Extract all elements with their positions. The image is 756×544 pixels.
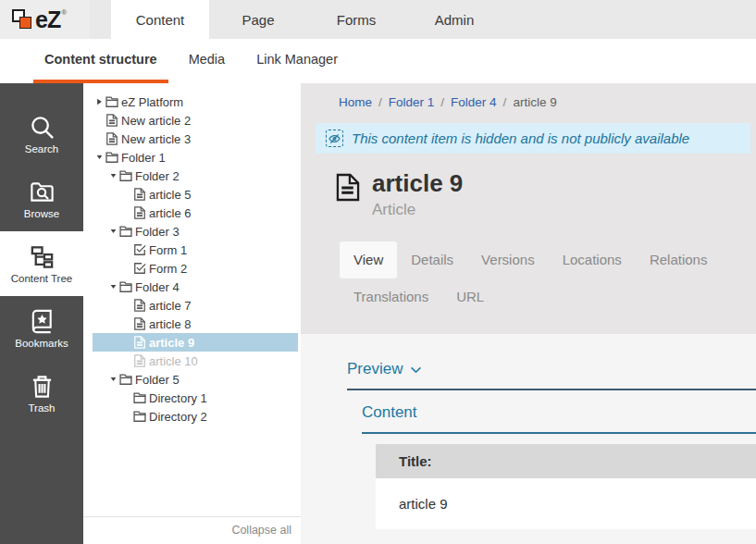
tree-item-folder-5[interactable]: Folder 5 bbox=[93, 370, 298, 389]
tree-item-new-article-2[interactable]: New article 2 bbox=[93, 111, 298, 130]
folder-icon bbox=[133, 391, 149, 404]
content-tree: eZ PlatformNew article 2New article 3Fol… bbox=[83, 83, 301, 516]
ez-logo[interactable]: eZ ® bbox=[0, 0, 90, 39]
folder-icon bbox=[119, 280, 135, 293]
tree-item-folder-4[interactable]: Folder 4 bbox=[93, 278, 298, 296]
bookmarks-icon bbox=[29, 308, 56, 335]
trash-icon bbox=[29, 373, 56, 400]
page-title: article 9 bbox=[372, 170, 463, 198]
caret-down-icon[interactable] bbox=[110, 376, 119, 383]
tree-item-article-10[interactable]: article 10 bbox=[93, 352, 298, 370]
folder-icon bbox=[133, 410, 149, 423]
tree-item-article-8[interactable]: article 8 bbox=[93, 315, 298, 333]
breadcrumb-link-home[interactable]: Home bbox=[339, 95, 372, 109]
ez-logo-text: eZ bbox=[35, 8, 60, 31]
breadcrumb-link-folder-1[interactable]: Folder 1 bbox=[389, 95, 435, 109]
breadcrumb-current: article 9 bbox=[513, 95, 556, 109]
article-icon bbox=[133, 336, 149, 349]
content-type-label: Article bbox=[372, 201, 463, 219]
subnav-item-content-structure[interactable]: Content structure bbox=[33, 39, 168, 83]
article-icon bbox=[133, 299, 149, 312]
tree-item-label: Form 2 bbox=[149, 262, 187, 276]
tree-item-folder-3[interactable]: Folder 3 bbox=[93, 222, 298, 241]
tree-item-label: Folder 5 bbox=[135, 373, 180, 387]
collapse-all-button[interactable]: Collapse all bbox=[83, 516, 301, 544]
caret-down-icon[interactable] bbox=[110, 228, 119, 235]
tree-item-directory-2[interactable]: Directory 2 bbox=[93, 407, 298, 426]
tree-item-new-article-3[interactable]: New article 3 bbox=[93, 130, 298, 148]
ez-logo-icon bbox=[12, 7, 35, 32]
topbar-tab-content[interactable]: Content bbox=[111, 0, 209, 39]
tree-item-form-2[interactable]: Form 2 bbox=[93, 259, 298, 278]
tree-item-label: article 7 bbox=[149, 299, 192, 313]
topbar-tab-page[interactable]: Page bbox=[209, 0, 307, 39]
tab-versions[interactable]: Versions bbox=[467, 241, 549, 278]
tab-relations[interactable]: Relations bbox=[636, 241, 722, 278]
sidebar-item-label: Trash bbox=[29, 403, 56, 414]
sidebar-item-label: Search bbox=[25, 144, 58, 155]
app-body: SearchBrowseContent TreeBookmarksTrash e… bbox=[0, 83, 756, 544]
tab-view[interactable]: View bbox=[340, 241, 397, 278]
tree-item-article-7[interactable]: article 7 bbox=[93, 296, 298, 315]
subnav-item-media[interactable]: Media bbox=[178, 39, 237, 83]
breadcrumb-separator: / bbox=[440, 95, 444, 109]
breadcrumb-separator: / bbox=[503, 95, 507, 109]
subnav: Content structureMediaLink Manager bbox=[0, 39, 756, 83]
topbar-tab-forms[interactable]: Forms bbox=[307, 0, 405, 39]
tab-view-area: Preview Content Title:article 9 bbox=[301, 334, 756, 544]
field-label: Title: bbox=[376, 444, 756, 478]
article-icon bbox=[133, 188, 149, 201]
caret-right-icon[interactable] bbox=[96, 98, 105, 105]
topbar-tab-admin[interactable]: Admin bbox=[405, 0, 503, 39]
tree-item-label: Folder 1 bbox=[121, 151, 166, 165]
breadcrumb-link-folder-4[interactable]: Folder 4 bbox=[451, 95, 497, 109]
tree-item-label: article 9 bbox=[149, 336, 194, 350]
content-section-heading: Content bbox=[362, 403, 756, 434]
hidden-content-alert-text: This content item is hidden and is not p… bbox=[352, 130, 689, 146]
tree-item-folder-1[interactable]: Folder 1 bbox=[93, 148, 298, 167]
sidebar-item-bookmarks[interactable]: Bookmarks bbox=[0, 296, 83, 361]
folder-icon bbox=[119, 225, 135, 238]
preview-section-toggle[interactable]: Preview bbox=[347, 360, 756, 390]
tree-item-folder-2[interactable]: Folder 2 bbox=[93, 167, 298, 185]
tree-item-label: Form 1 bbox=[149, 243, 187, 257]
field-table: Title:article 9 bbox=[376, 444, 756, 529]
topbar: eZ ® ContentPageFormsAdmin bbox=[0, 0, 756, 39]
sidebar-item-label: Browse bbox=[24, 209, 59, 220]
tree-item-ez-platform[interactable]: eZ Platform bbox=[93, 93, 298, 111]
sidebar-item-search[interactable]: Search bbox=[0, 102, 83, 167]
tree-item-article-5[interactable]: article 5 bbox=[93, 185, 298, 204]
tree-item-directory-1[interactable]: Directory 1 bbox=[93, 389, 298, 407]
sidebar-item-label: Bookmarks bbox=[15, 339, 68, 350]
main-content: Home/Folder 1/Folder 4/article 9 This co… bbox=[301, 83, 756, 544]
caret-down-icon[interactable] bbox=[110, 283, 119, 291]
folder-icon bbox=[105, 151, 121, 164]
sidebar-item-content-tree[interactable]: Content Tree bbox=[0, 231, 83, 296]
folder-icon bbox=[119, 169, 135, 182]
tab-details[interactable]: Details bbox=[397, 241, 467, 278]
sidebar-item-browse[interactable]: Browse bbox=[0, 167, 83, 231]
tree-item-label: New article 2 bbox=[121, 114, 191, 128]
content-item-header: article 9 Article bbox=[336, 170, 756, 219]
tree-item-article-9[interactable]: article 9 bbox=[93, 333, 298, 352]
tree-item-form-1[interactable]: Form 1 bbox=[93, 241, 298, 259]
sidebar-item-trash[interactable]: Trash bbox=[0, 361, 83, 426]
search-icon bbox=[29, 114, 56, 141]
content-tree-icon bbox=[29, 243, 56, 270]
tree-item-label: Folder 2 bbox=[135, 169, 180, 183]
tab-translations[interactable]: Translations bbox=[340, 278, 442, 315]
caret-down-icon[interactable] bbox=[110, 172, 119, 179]
tree-item-label: Directory 2 bbox=[149, 410, 207, 424]
tree-item-label: Folder 4 bbox=[135, 280, 180, 294]
tree-item-article-6[interactable]: article 6 bbox=[93, 204, 298, 222]
tree-item-label: article 8 bbox=[149, 317, 192, 331]
tab-url[interactable]: URL bbox=[442, 278, 498, 315]
article-icon bbox=[133, 317, 149, 330]
app-screen: eZ ® ContentPageFormsAdmin Content struc… bbox=[0, 0, 756, 544]
folder-icon bbox=[105, 95, 121, 108]
topbar-tabs: ContentPageFormsAdmin bbox=[111, 0, 503, 39]
caret-down-icon[interactable] bbox=[96, 154, 105, 161]
article-document-icon bbox=[336, 173, 360, 202]
subnav-item-link-manager[interactable]: Link Manager bbox=[245, 39, 349, 83]
tab-locations[interactable]: Locations bbox=[549, 241, 636, 278]
